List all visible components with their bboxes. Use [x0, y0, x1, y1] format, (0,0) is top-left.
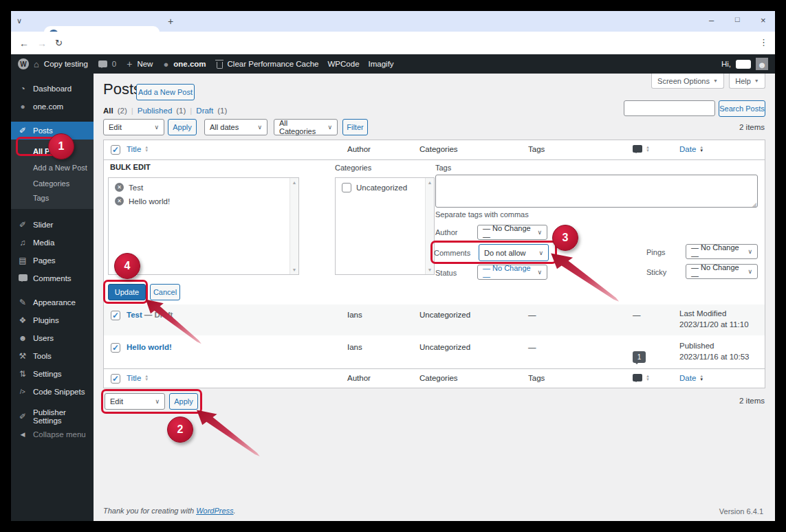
scrollbar[interactable]: ▲▼	[290, 178, 298, 274]
annotation-step-2: 2	[167, 417, 193, 443]
sidebar-label: Add a New Post	[33, 164, 87, 172]
reload-icon[interactable]: ↻	[55, 38, 63, 48]
admin-bar-imagify[interactable]: Imagify	[369, 60, 394, 68]
browser-menu-icon[interactable]: ⋮	[759, 37, 768, 47]
column-label: Date	[679, 374, 696, 382]
search-posts-button[interactable]: Search Posts	[719, 100, 765, 117]
view-all-count: (2)	[118, 107, 127, 115]
admin-bar-new[interactable]: New	[137, 60, 153, 68]
help-button[interactable]: Help▼	[729, 74, 765, 89]
view-published[interactable]: Published	[138, 107, 173, 115]
sidebar-item-media[interactable]: ♫ Media	[11, 234, 94, 252]
column-categories: Categories	[419, 145, 458, 153]
wordpress-link[interactable]: WordPress	[196, 507, 233, 515]
trash-icon[interactable]	[217, 62, 223, 69]
sidebar-item-categories[interactable]: Categories	[11, 176, 94, 190]
category-checkbox[interactable]	[342, 183, 351, 192]
column-comments[interactable]: ▲▼	[633, 374, 650, 381]
view-draft[interactable]: Draft	[196, 107, 213, 115]
remove-post-icon[interactable]: ✕	[115, 183, 124, 192]
sidebar-item-publisher-settings[interactable]: ✐ Publisher Settings	[11, 408, 94, 425]
column-title[interactable]: Title▲▼	[127, 145, 149, 153]
author-link[interactable]: Ians	[347, 343, 362, 351]
status-select[interactable]: — No Change —∨	[477, 265, 547, 280]
column-comments[interactable]: ▲▼	[633, 145, 650, 153]
sidebar-item-add-new-post[interactable]: Add a New Post	[11, 159, 94, 176]
add-new-post-button[interactable]: Add a New Post	[136, 84, 195, 100]
home-icon[interactable]: ⌂	[34, 59, 39, 69]
category-link[interactable]: Uncategorized	[419, 343, 470, 351]
admin-bar-onecom[interactable]: one.com	[173, 60, 206, 68]
sticky-select[interactable]: — No Change —∨	[686, 264, 758, 279]
back-icon[interactable]: ←	[19, 38, 29, 49]
sidebar-label: Appearance	[33, 298, 76, 307]
admin-bar-site-name[interactable]: Copy testing	[44, 60, 88, 68]
column-title[interactable]: Title▲▼	[127, 374, 149, 382]
annotation-box-update	[103, 280, 148, 304]
scroll-up-icon[interactable]: ▲	[428, 180, 433, 185]
sidebar-label: Code Snippets	[33, 388, 85, 396]
scroll-down-icon[interactable]: ▼	[428, 267, 433, 272]
window-minimize-icon[interactable]: –	[709, 15, 714, 25]
new-tab-icon[interactable]: +	[168, 16, 173, 27]
date-value: 2023/11/20 at 11:10	[679, 319, 749, 330]
sidebar-item-pages[interactable]: ▤ Pages	[11, 252, 94, 269]
apply-button-top[interactable]: Apply	[168, 119, 197, 135]
date-value: 2023/11/16 at 10:53	[679, 351, 749, 362]
sidebar-item-collapse-menu[interactable]: ◀ Collapse menu	[11, 425, 94, 443]
page-title: Posts	[103, 80, 141, 98]
row-checkbox[interactable]	[111, 311, 120, 320]
scroll-up-icon[interactable]: ▲	[292, 180, 297, 185]
tags-hint: Separate tags with commas	[435, 210, 529, 219]
comments-count[interactable]: 0	[112, 60, 116, 68]
sidebar-item-plugins[interactable]: ❖ Plugins	[11, 311, 94, 329]
admin-bar-greeting[interactable]: Hi,	[721, 60, 731, 68]
window-close-icon[interactable]: ×	[761, 15, 766, 25]
tab-search-chevron-icon[interactable]: ∨	[17, 16, 22, 25]
sidebar-label: Categories	[33, 179, 69, 188]
wordpress-logo-icon[interactable]: W	[18, 58, 29, 69]
sidebar-item-comments[interactable]: Comments	[11, 269, 94, 287]
search-input[interactable]	[624, 100, 715, 116]
sidebar-item-onecom[interactable]: ● one.com	[11, 98, 94, 115]
plus-icon[interactable]: +	[127, 58, 132, 69]
comment-count-badge[interactable]: 1	[633, 351, 646, 363]
window-maximize-icon[interactable]: □	[735, 15, 740, 23]
admin-bar-wpcode[interactable]: WPCode	[328, 60, 360, 68]
sidebar-item-tools[interactable]: ⚒ Tools	[11, 347, 94, 365]
author-link[interactable]: Ians	[347, 311, 362, 319]
comments-bubble-icon[interactable]	[98, 60, 107, 67]
view-all[interactable]: All	[103, 107, 113, 115]
categories-filter-select[interactable]: All Categories∨	[274, 119, 338, 135]
sidebar-item-appearance[interactable]: ✎ Appearance	[11, 293, 94, 311]
author-select[interactable]: — No Change —∨	[477, 225, 547, 240]
pings-select[interactable]: — No Change —∨	[686, 244, 758, 259]
filter-button[interactable]: Filter	[342, 119, 368, 135]
sidebar-item-code-snippets[interactable]: /> Code Snippets	[11, 383, 94, 401]
row-checkbox[interactable]	[111, 343, 120, 353]
post-title-link[interactable]: Test	[127, 311, 142, 319]
select-all-checkbox[interactable]	[111, 145, 120, 155]
bulk-action-select-top[interactable]: Edit∨	[103, 119, 164, 135]
resize-handle-icon[interactable]: ◢	[752, 201, 756, 208]
tags-textarea[interactable]: ◢	[435, 175, 758, 208]
user-avatar[interactable]: ☻	[756, 58, 768, 70]
pings-select-value: — No Change —	[691, 243, 743, 260]
forward-icon[interactable]: →	[37, 38, 47, 49]
sidebar-item-tags[interactable]: Tags	[11, 190, 94, 205]
category-link[interactable]: Uncategorized	[419, 311, 470, 319]
remove-post-icon[interactable]: ✕	[115, 197, 124, 206]
column-date[interactable]: Date▲▼	[679, 145, 703, 153]
bulk-edit-legend: BULK EDIT	[110, 163, 151, 171]
sidebar-item-dashboard[interactable]: ◔ Dashboard	[11, 80, 94, 98]
dates-filter-select[interactable]: All dates∨	[204, 119, 268, 135]
column-date[interactable]: Date▲▼	[679, 374, 703, 382]
scroll-down-icon[interactable]: ▼	[292, 267, 297, 272]
screen-options-button[interactable]: Screen Options▼	[651, 74, 724, 89]
select-all-checkbox[interactable]	[111, 374, 120, 384]
sidebar-item-slider[interactable]: ✐ Slider	[11, 216, 94, 234]
admin-bar-clear-cache[interactable]: Clear Performance Cache	[228, 60, 319, 68]
sidebar-item-users[interactable]: ☻ Users	[11, 329, 94, 347]
media-icon: ♫	[18, 238, 28, 247]
sidebar-item-settings[interactable]: ⇅ Settings	[11, 365, 94, 383]
